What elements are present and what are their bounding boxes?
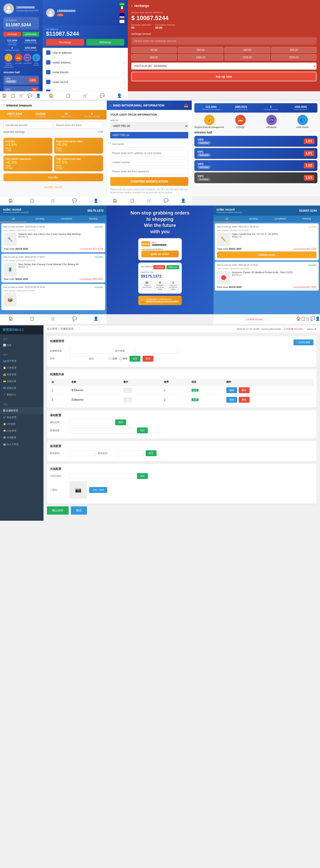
admin-menu-vip[interactable]: ⭐ VIP管理 — [0, 421, 43, 428]
admin-delete-btn-2[interactable]: 删除 — [239, 397, 250, 403]
top-up-button[interactable]: top up now — [131, 72, 317, 81]
vr-recharge-icon[interactable]: 💳recharge — [226, 115, 255, 128]
admin-menu-ai[interactable]: 🤖 AI人工管理 — [0, 441, 43, 448]
vip2-card[interactable]: VIP2unlocked LV2 — [194, 160, 317, 171]
nav2-profile[interactable]: 👤 — [117, 93, 122, 98]
nav4-service[interactable]: 💬 — [164, 198, 169, 203]
admin-add-banner-btn[interactable]: + 添加轮播图 — [293, 339, 314, 345]
nav5-order[interactable]: 📋 — [30, 316, 34, 323]
admin-save-btn[interactable]: 保存 — [129, 356, 140, 362]
nav6-grab[interactable]: 🛒 — [306, 316, 311, 323]
admin-delete-btn-1[interactable]: 删除 — [239, 387, 250, 393]
interest-back-icon[interactable]: ‹ — [3, 103, 5, 107]
vr-withdrawal-icon[interactable]: 🏧withdrawal — [257, 115, 286, 128]
admin-menu-orders[interactable]: 📋 订单管理 — [0, 365, 43, 371]
withdraw-button[interactable]: withdrawal — [22, 32, 39, 36]
menu-item-account[interactable]: account details› — [42, 87, 128, 91]
nav5-grab[interactable]: 🛒 — [51, 316, 56, 323]
quick-50[interactable]: 50.00 — [131, 47, 177, 53]
vr-invite-icon[interactable]: 👥invite friends — [288, 115, 317, 128]
admin-menu-withdraw[interactable]: 🏧 提现记录 — [0, 385, 43, 392]
usdt-select[interactable]: USDT-trc20 [$1 - $1000000] — [131, 63, 317, 69]
usdt-address-save-btn[interactable]: 保存 — [137, 473, 148, 479]
recharge-amount-input[interactable] — [131, 37, 317, 45]
nav4-profile[interactable]: 👤 — [181, 198, 186, 203]
nav3-profile[interactable]: 👤 — [93, 198, 98, 203]
admin-edit-btn-2[interactable]: 编辑 — [226, 397, 237, 403]
vip3-card[interactable]: VIP3to unlock LV3 — [194, 172, 317, 183]
banner-name-input[interactable] — [69, 348, 113, 353]
admin-confirm-btn[interactable]: 确认保存 — [47, 506, 69, 515]
product-seven-days[interactable]: Experience seven days +5.2% [fixed] 7 da… — [54, 138, 103, 154]
vip0-bar[interactable]: VIP0unlocked LV1 — [3, 75, 39, 85]
nav6-home[interactable]: 🏠 — [296, 316, 301, 323]
vr-financial-icon[interactable]: 💰Regular financial management — [194, 115, 224, 128]
nav6-service[interactable]: 💬 — [311, 316, 315, 323]
menu-item-invite[interactable]: invite friends› — [42, 67, 128, 77]
nav-order[interactable]: 📋 — [10, 93, 15, 98]
vip1-card[interactable]: VIP1unlocked LV1 — [194, 148, 317, 159]
admin-menu-overview[interactable]: 📊 总览 — [0, 342, 43, 349]
vip0-card[interactable]: VIP0unlocked LV1 — [194, 136, 317, 147]
quick-2000[interactable]: 2000.00 — [271, 54, 317, 60]
nav3-order[interactable]: 📋 — [30, 198, 34, 203]
address-input[interactable] — [110, 150, 188, 157]
site-name-save-btn[interactable]: 保存 — [115, 420, 126, 425]
promo-withdraw-btn[interactable]: Withdraw — [167, 265, 179, 269]
nav-grab[interactable]: 🛒 — [19, 93, 24, 98]
nav3-grab[interactable]: 🛒 — [51, 198, 56, 203]
nav-profile[interactable]: 👤 — [36, 93, 41, 98]
regular-financial-icon[interactable]: 💰Regular financial management — [3, 54, 14, 68]
product-one-month[interactable]: One month experience +6.3% [fixed] 15 da… — [3, 155, 52, 171]
banner-sort-input[interactable] — [69, 356, 87, 362]
nav2-grab[interactable]: 🛒 — [83, 93, 88, 98]
admin-menu-banner[interactable]: 🖼 轮播图管理 — [0, 407, 43, 414]
product-one-day[interactable]: One day +3.5% [fixed] 1 days — [3, 138, 52, 154]
admin-menu-help[interactable]: ❓ 帮助中心 — [0, 392, 43, 398]
recharge-icon[interactable]: 💳recharge — [14, 54, 22, 68]
rtab-freezing[interactable]: freezing — [293, 216, 320, 222]
menu-withdraw-button[interactable]: Withdraw — [86, 39, 124, 45]
menu-recharge-button[interactable]: Recharge — [46, 39, 84, 45]
nav3-service[interactable]: 💬 — [72, 198, 77, 203]
rtab-completed[interactable]: completed — [267, 216, 293, 222]
transfer-record[interactable]: transfer record — [0, 183, 107, 190]
site-name-input[interactable] — [69, 420, 113, 425]
invite-friends-icon[interactable]: 👥invite friends — [32, 54, 40, 68]
nav3-home[interactable]: 🏠 — [8, 198, 13, 203]
admin-menu-goods[interactable]: 🛒 商品管理 — [0, 414, 43, 421]
recharge-button[interactable]: recharge — [3, 32, 21, 36]
nav6-order[interactable]: 📋 — [301, 316, 306, 323]
service-link-input[interactable] — [69, 428, 135, 433]
quick-500[interactable]: 500.00 — [271, 47, 317, 53]
admin-menu-users[interactable]: 👥 用户管理 — [0, 358, 43, 365]
transfer-amount-input[interactable] — [54, 122, 103, 129]
max-withdraw-input[interactable] — [117, 451, 144, 456]
contact-input[interactable] — [110, 159, 188, 166]
submit-order-button[interactable]: submit order — [217, 251, 317, 258]
recharge-back-icon[interactable]: ‹ — [131, 3, 133, 8]
real-name-input[interactable] — [110, 141, 188, 148]
admin-menu-finance[interactable]: 💰 财务管理 — [0, 371, 43, 378]
nav4-grab[interactable]: 🛒 — [147, 198, 151, 203]
quick-100[interactable]: 100.00 — [178, 47, 224, 53]
nav-service[interactable]: 💬 — [27, 93, 32, 98]
menu-item-wallet[interactable]: wallet address› — [42, 58, 128, 67]
nav5-home[interactable]: 🏠 — [8, 316, 13, 323]
tab-freezing[interactable]: freezing — [80, 216, 107, 222]
confirm-modification-button[interactable]: CONFIRM MODIFICATION — [110, 177, 188, 186]
banner-link-input[interactable] — [135, 348, 178, 353]
nav5-service[interactable]: 💬 — [72, 316, 77, 323]
admin-menu-notice[interactable]: 📢 公告管理 — [0, 428, 43, 434]
grab-order-button[interactable]: grab an order — [141, 251, 179, 257]
nav2-home[interactable]: 🏠 — [49, 93, 54, 98]
nav2-order[interactable]: 📋 — [66, 93, 71, 98]
admin-menu-recharge[interactable]: 💳 充值记录 — [0, 378, 43, 385]
bind-share-icon[interactable]: 📤 — [184, 103, 188, 107]
rtab-all[interactable]: all — [213, 216, 240, 222]
tab-completed[interactable]: completed — [53, 216, 80, 222]
nav2-service[interactable]: 💬 — [100, 93, 105, 98]
quick-1500[interactable]: 1500.00 — [225, 54, 270, 60]
tab-pending[interactable]: pending — [27, 216, 54, 222]
bind-back-icon[interactable]: ‹ — [110, 103, 111, 107]
